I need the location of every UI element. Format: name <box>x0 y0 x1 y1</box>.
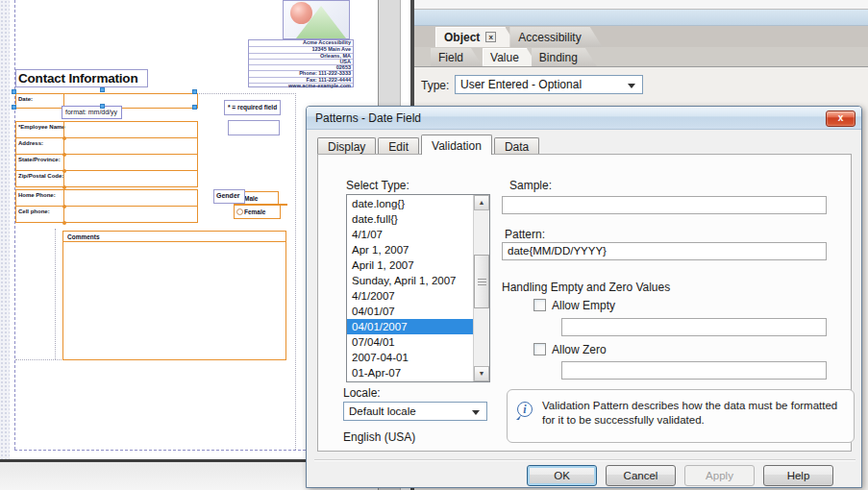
list-item[interactable]: Sunday, April 1, 2007 <box>347 273 473 288</box>
selection-handle[interactable] <box>192 105 197 110</box>
chevron-down-icon[interactable] <box>628 84 635 88</box>
pattern-type-listbox[interactable]: date.long{} date.full{} 4/1/07 Apr 1, 20… <box>346 194 490 382</box>
list-item[interactable]: 04/01/07 <box>347 304 473 319</box>
date-format-hint[interactable]: format: mm/dd/yy <box>62 106 122 119</box>
dialog-button-row: OK Cancel Apply Help <box>527 465 833 486</box>
tab-edit[interactable]: Edit <box>378 137 419 155</box>
tab-object-label: Object <box>444 31 480 44</box>
pattern-label: Pattern: <box>505 228 545 241</box>
chevron-down-icon[interactable] <box>472 410 480 415</box>
employee-field-group: *Employee Name Address: State/Province: … <box>15 122 198 187</box>
dialog-title: Patterns - Date Field <box>307 111 421 125</box>
allow-empty-checkbox[interactable] <box>533 299 546 311</box>
list-item[interactable]: 4/1/2007 <box>347 288 473 304</box>
pattern-input[interactable]: date{MM/DD/YYYY} <box>502 242 827 260</box>
tab-display[interactable]: Display <box>317 137 376 155</box>
gender-divider-line <box>234 204 287 206</box>
sample-input[interactable] <box>502 196 827 214</box>
field-value-area[interactable] <box>63 122 197 137</box>
handling-section-label: Handling Empty and Zero Values <box>502 281 670 294</box>
required-field-note[interactable]: * = required field <box>224 100 281 115</box>
subtab-field[interactable]: Field <box>431 48 483 66</box>
field-caption: Address: <box>16 138 63 154</box>
date-field-caption: Date: <box>16 94 63 108</box>
dialog-titlebar[interactable]: Patterns - Date Field x <box>307 107 861 130</box>
info-text: Validation Pattern describes how the dat… <box>542 399 840 428</box>
list-item[interactable]: 2007-04-01 <box>347 350 473 365</box>
empty-text-box[interactable] <box>228 120 280 135</box>
state-province-field[interactable]: State/Province: <box>15 154 198 171</box>
tab-accessibility-label: Accessibility <box>518 31 581 44</box>
comments-caption: Comments <box>63 232 285 242</box>
field-caption: Cell phone: <box>16 207 63 222</box>
scroll-down-icon[interactable]: ▼ <box>474 366 489 381</box>
field-value-area[interactable] <box>63 171 197 186</box>
employee-name-field[interactable]: *Employee Name <box>15 121 198 138</box>
radio-label: Male <box>244 195 258 202</box>
subtab-binding-label: Binding <box>539 51 578 64</box>
field-value-area[interactable] <box>63 155 197 170</box>
field-value-area[interactable] <box>63 138 197 154</box>
field-caption: Home Phone: <box>16 190 63 206</box>
allow-empty-input[interactable] <box>561 318 827 336</box>
selection-handle[interactable] <box>192 89 197 94</box>
app-root: Contact Information Acme Accessibility 1… <box>0 0 868 490</box>
palette-titlebar[interactable] <box>414 10 868 26</box>
gender-female-option[interactable]: Female <box>234 205 281 219</box>
home-phone-field[interactable]: Home Phone: <box>15 189 198 207</box>
locale-dropdown[interactable]: Default locale <box>343 402 487 421</box>
list-item[interactable]: Apr 1, 2007 <box>347 242 473 257</box>
list-item-selected[interactable]: 04/01/2007 <box>347 319 473 334</box>
comments-field[interactable]: Comments <box>62 231 286 360</box>
address-field[interactable]: Address: <box>15 137 198 155</box>
list-item[interactable]: April 1, 2007 <box>347 257 473 273</box>
help-button[interactable]: Help <box>763 465 833 486</box>
list-item[interactable]: 01-Apr-07 <box>347 365 473 380</box>
list-item[interactable]: date.full{} <box>347 211 473 227</box>
subtab-value-label: Value <box>490 51 519 64</box>
subtab-value[interactable]: Value <box>483 48 538 66</box>
field-value-area[interactable] <box>63 190 197 206</box>
allow-zero-checkbox[interactable] <box>533 343 546 355</box>
list-item[interactable]: 4/1/07 <box>347 227 473 242</box>
list-scrollbar[interactable]: ▲ ▼ <box>473 195 489 381</box>
validation-tab-panel: Select Type: date.long{} date.full{} 4/1… <box>317 154 852 452</box>
palette-tab-strip: Object x Accessibility <box>414 26 868 47</box>
field-value-area[interactable] <box>63 207 197 222</box>
tab-object[interactable]: Object x <box>435 27 517 47</box>
list-item[interactable]: 07/04/01 <box>347 334 473 350</box>
radio-button-icon[interactable] <box>236 208 243 215</box>
selection-handle[interactable] <box>100 104 105 109</box>
zip-postal-field[interactable]: Zip/Postal Code: <box>15 170 198 187</box>
scrollbar-thumb[interactable] <box>474 255 489 308</box>
cancel-button[interactable]: Cancel <box>606 465 676 486</box>
field-caption: *Employee Name <box>16 122 63 137</box>
close-palette-icon[interactable]: x <box>485 32 496 42</box>
gender-group-label[interactable]: Gender <box>213 189 245 204</box>
subtab-binding[interactable]: Binding <box>532 48 597 66</box>
canvas-margin-texture <box>0 0 10 459</box>
company-address-block[interactable]: Acme Accessibility 12345 Main Ave Orlean… <box>248 39 354 87</box>
scroll-up-icon[interactable]: ▲ <box>474 195 489 210</box>
dialog-separator <box>314 459 856 461</box>
ok-button[interactable]: OK <box>527 465 597 486</box>
company-logo-image[interactable] <box>283 0 350 39</box>
tab-accessibility[interactable]: Accessibility <box>509 27 602 47</box>
selection-handle[interactable] <box>100 87 105 92</box>
apply-button[interactable]: Apply <box>684 465 755 486</box>
tab-validation[interactable]: Validation <box>421 135 492 155</box>
allow-zero-input[interactable] <box>561 361 827 380</box>
cell-phone-field[interactable]: Cell phone: <box>15 206 198 223</box>
selection-handle[interactable] <box>12 105 16 110</box>
selection-handle[interactable] <box>12 89 16 94</box>
field-caption: State/Province: <box>16 155 63 170</box>
tab-data[interactable]: Data <box>494 137 539 155</box>
page-boundary-left <box>14 0 15 450</box>
form-heading[interactable]: Contact Information <box>15 69 148 87</box>
validation-info-box: i Validation Pattern describes how the d… <box>507 389 855 443</box>
type-dropdown[interactable]: User Entered - Optional <box>455 75 643 94</box>
close-dialog-button[interactable]: x <box>826 110 856 127</box>
dialog-tab-strip: Display Edit Validation Data <box>317 135 541 155</box>
subtab-field-label: Field <box>438 51 463 64</box>
list-item[interactable]: date.long{} <box>347 196 473 211</box>
